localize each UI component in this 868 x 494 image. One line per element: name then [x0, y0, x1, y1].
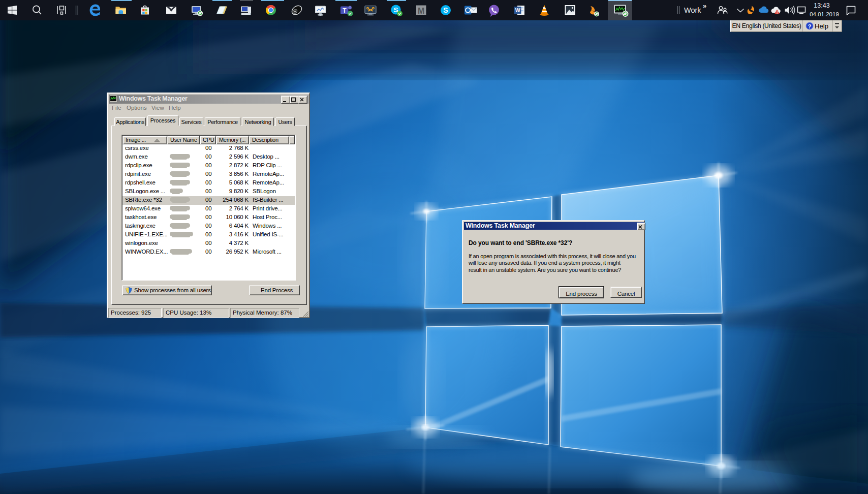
svg-text:»: » [703, 2, 706, 10]
svg-text:T: T [343, 7, 347, 14]
svg-text:M: M [418, 7, 424, 15]
svg-text:13:43: 13:43 [814, 2, 829, 9]
svg-text:Work: Work [684, 6, 701, 14]
svg-text:04.01.2019: 04.01.2019 [810, 11, 839, 17]
svg-text:W: W [515, 7, 520, 13]
svg-text:S: S [443, 6, 448, 14]
svg-text:Help: Help [815, 22, 828, 30]
svg-text:?: ? [808, 23, 811, 29]
